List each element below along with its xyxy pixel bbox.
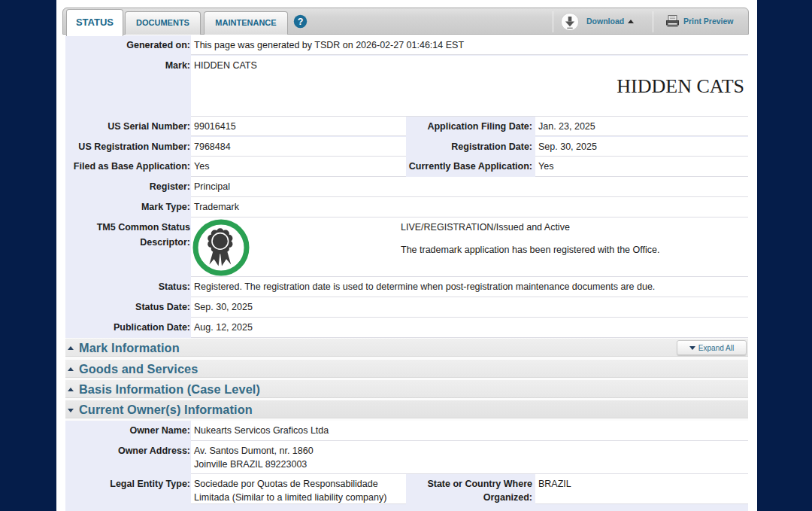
svg-text:?: ? [298,17,304,27]
